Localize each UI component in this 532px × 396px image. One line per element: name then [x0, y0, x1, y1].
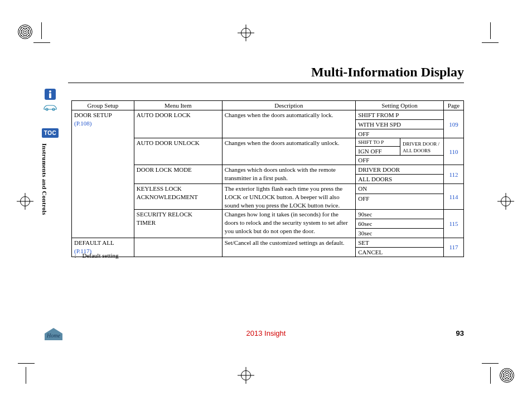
item-empty — [134, 238, 222, 257]
crop-mark-icon — [476, 361, 499, 384]
svg-point-1 — [49, 90, 51, 93]
desc-door-lock-mode: Changes which doors unlock with the remo… — [222, 165, 356, 184]
item-keyless-ack: KEYLESS LOCK ACKNOWLEDGMENT — [134, 183, 222, 210]
page-link-114[interactable]: 114 — [449, 194, 458, 200]
footnote: : Default setting — [71, 252, 119, 259]
desc-keyless-ack: The exterior lights flash each time you … — [222, 183, 356, 210]
opt: 30sec — [356, 229, 444, 238]
opt: ON — [356, 183, 444, 194]
registration-mark-icon — [500, 368, 514, 383]
page-link-117[interactable]: 117 — [449, 244, 458, 250]
page-link-112[interactable]: 112 — [449, 171, 458, 178]
home-button[interactable]: Home — [42, 327, 65, 341]
group-default-all: DEFAULT ALL — [74, 239, 114, 246]
col-option: Setting Option — [356, 101, 444, 110]
cross-mark-icon — [240, 27, 252, 39]
crop-mark-icon — [18, 361, 40, 384]
settings-table: Group Setup Menu Item Description Settin… — [71, 100, 464, 257]
cross-mark-icon — [500, 195, 512, 207]
opt: OFF — [356, 194, 444, 210]
item-security-relock: SECURITY RELOCK TIMER — [134, 210, 222, 238]
col-group: Group Setup — [72, 101, 134, 110]
svg-text:Home: Home — [46, 332, 60, 339]
group-door-setup: DOOR SETUP — [74, 112, 112, 118]
opt: DRIVER DOOR / ALL DOORS — [400, 138, 444, 156]
item-auto-door-unlock: AUTO DOOR UNLOCK — [134, 138, 222, 165]
desc-auto-door-lock: Changes when the doors automatically loc… — [222, 110, 356, 138]
cross-mark-icon — [240, 369, 252, 381]
opt: OFF — [356, 156, 444, 165]
opt: DRIVER DOOR — [356, 165, 444, 175]
section-label: Instruments and Controls — [41, 143, 48, 221]
opt: 90sec — [356, 210, 444, 219]
car-icon[interactable] — [42, 103, 58, 112]
page-link-115[interactable]: 115 — [449, 220, 458, 227]
footer-model: 2013 Insight — [0, 329, 532, 337]
page-number: 93 — [456, 329, 464, 337]
toc-button[interactable]: TOC — [42, 128, 59, 138]
opt: IGN OFF — [356, 146, 400, 156]
opt: WITH VEH SPD — [356, 119, 444, 129]
page-link-109[interactable]: 109 — [449, 121, 458, 128]
crop-mark-icon — [33, 22, 56, 45]
page-title: Multi-Information Display — [311, 65, 464, 80]
opt: OFF — [356, 129, 444, 138]
info-icon[interactable] — [44, 88, 56, 100]
group-door-setup-ref[interactable]: (P.108) — [74, 120, 91, 127]
desc-default-all: Set/Cancel all the customized settings a… — [222, 238, 356, 257]
desc-auto-door-unlock: Changes when the doors automatically unl… — [222, 138, 356, 165]
title-divider — [68, 83, 464, 83]
cross-mark-icon — [19, 195, 31, 207]
item-auto-door-lock: AUTO DOOR LOCK — [134, 110, 222, 138]
desc-security-relock: Changes how long it takes (in seconds) f… — [222, 210, 356, 238]
page-link-110[interactable]: 110 — [449, 148, 458, 155]
opt: 60sec — [356, 219, 444, 229]
col-page: Page — [443, 101, 463, 110]
opt: CANCEL — [356, 247, 444, 257]
opt: ALL DOORS — [356, 175, 444, 184]
opt: SET — [356, 238, 444, 247]
col-desc: Description — [222, 101, 356, 110]
opt: SHIFT TO P — [356, 138, 400, 146]
svg-rect-2 — [49, 93, 51, 98]
col-item: Menu Item — [134, 101, 222, 110]
crop-mark-icon — [476, 22, 499, 45]
opt: SHIFT FROM P — [356, 110, 444, 119]
registration-mark-icon — [18, 25, 32, 39]
item-door-lock-mode: DOOR LOCK MODE — [134, 165, 222, 184]
